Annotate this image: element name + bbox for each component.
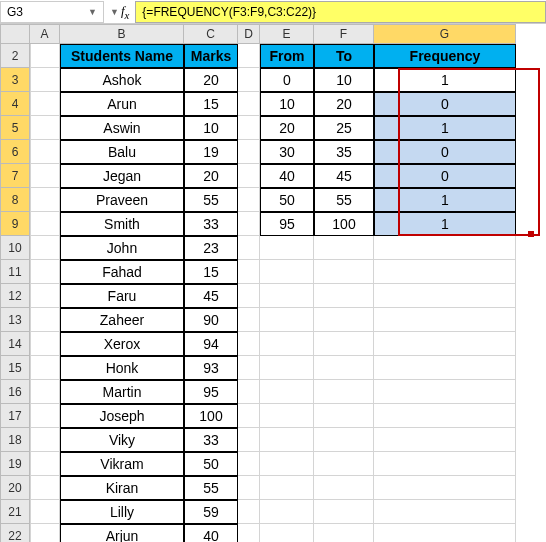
cell-C5[interactable]: 10 (184, 116, 238, 140)
cell-A13[interactable] (30, 308, 60, 332)
cell-G17[interactable] (374, 404, 516, 428)
cell-F8[interactable]: 55 (314, 188, 374, 212)
cell-E4[interactable]: 10 (260, 92, 314, 116)
cell-G20[interactable] (374, 476, 516, 500)
row-header-19[interactable]: 19 (0, 452, 30, 476)
cell-B10[interactable]: John (60, 236, 184, 260)
cell-D8[interactable] (238, 188, 260, 212)
cell-F14[interactable] (314, 332, 374, 356)
row-header-18[interactable]: 18 (0, 428, 30, 452)
cell-F10[interactable] (314, 236, 374, 260)
cell-B14[interactable]: Xerox (60, 332, 184, 356)
cell-E12[interactable] (260, 284, 314, 308)
cell-E6[interactable]: 30 (260, 140, 314, 164)
cell-G2[interactable]: Frequency (374, 44, 516, 68)
cell-B8[interactable]: Praveen (60, 188, 184, 212)
cell-F20[interactable] (314, 476, 374, 500)
cell-D12[interactable] (238, 284, 260, 308)
cell-B2[interactable]: Students Name (60, 44, 184, 68)
cell-F7[interactable]: 45 (314, 164, 374, 188)
col-header-C[interactable]: C (184, 24, 238, 44)
row-header-22[interactable]: 22 (0, 524, 30, 542)
cell-B15[interactable]: Honk (60, 356, 184, 380)
cell-E14[interactable] (260, 332, 314, 356)
cell-D6[interactable] (238, 140, 260, 164)
row-header-6[interactable]: 6 (0, 140, 30, 164)
cell-G14[interactable] (374, 332, 516, 356)
select-all-corner[interactable] (0, 24, 30, 44)
cell-F12[interactable] (314, 284, 374, 308)
cell-D11[interactable] (238, 260, 260, 284)
cell-G5[interactable]: 1 (374, 116, 516, 140)
cell-E3[interactable]: 0 (260, 68, 314, 92)
cell-C20[interactable]: 55 (184, 476, 238, 500)
cell-G9[interactable]: 1 (374, 212, 516, 236)
cell-B22[interactable]: Arjun (60, 524, 184, 542)
cell-C13[interactable]: 90 (184, 308, 238, 332)
cell-D14[interactable] (238, 332, 260, 356)
name-box-dropdown-icon[interactable]: ▼ (88, 7, 97, 17)
cell-C22[interactable]: 40 (184, 524, 238, 542)
cell-A11[interactable] (30, 260, 60, 284)
cell-C16[interactable]: 95 (184, 380, 238, 404)
cell-F2[interactable]: To (314, 44, 374, 68)
cell-B9[interactable]: Smith (60, 212, 184, 236)
name-box[interactable]: G3 ▼ (0, 1, 104, 23)
cell-F19[interactable] (314, 452, 374, 476)
cell-C9[interactable]: 33 (184, 212, 238, 236)
row-header-21[interactable]: 21 (0, 500, 30, 524)
cell-E22[interactable] (260, 524, 314, 542)
cell-G22[interactable] (374, 524, 516, 542)
cell-F11[interactable] (314, 260, 374, 284)
cell-E11[interactable] (260, 260, 314, 284)
row-header-16[interactable]: 16 (0, 380, 30, 404)
cell-A22[interactable] (30, 524, 60, 542)
row-header-15[interactable]: 15 (0, 356, 30, 380)
cell-A20[interactable] (30, 476, 60, 500)
cell-G15[interactable] (374, 356, 516, 380)
cell-F18[interactable] (314, 428, 374, 452)
cell-F4[interactable]: 20 (314, 92, 374, 116)
cell-E7[interactable]: 40 (260, 164, 314, 188)
row-header-20[interactable]: 20 (0, 476, 30, 500)
cell-E16[interactable] (260, 380, 314, 404)
cell-E19[interactable] (260, 452, 314, 476)
cell-A7[interactable] (30, 164, 60, 188)
cell-A8[interactable] (30, 188, 60, 212)
cell-A21[interactable] (30, 500, 60, 524)
row-header-13[interactable]: 13 (0, 308, 30, 332)
cell-E5[interactable]: 20 (260, 116, 314, 140)
cell-F16[interactable] (314, 380, 374, 404)
cell-C3[interactable]: 20 (184, 68, 238, 92)
cell-G6[interactable]: 0 (374, 140, 516, 164)
row-header-14[interactable]: 14 (0, 332, 30, 356)
cell-C15[interactable]: 93 (184, 356, 238, 380)
cell-F6[interactable]: 35 (314, 140, 374, 164)
row-header-3[interactable]: 3 (0, 68, 30, 92)
cell-D17[interactable] (238, 404, 260, 428)
cell-B20[interactable]: Kiran (60, 476, 184, 500)
col-header-E[interactable]: E (260, 24, 314, 44)
cell-A14[interactable] (30, 332, 60, 356)
cell-E15[interactable] (260, 356, 314, 380)
cell-B19[interactable]: Vikram (60, 452, 184, 476)
cell-C7[interactable]: 20 (184, 164, 238, 188)
col-header-D[interactable]: D (238, 24, 260, 44)
row-header-5[interactable]: 5 (0, 116, 30, 140)
cell-D18[interactable] (238, 428, 260, 452)
cell-A17[interactable] (30, 404, 60, 428)
cell-F3[interactable]: 10 (314, 68, 374, 92)
col-header-G[interactable]: G (374, 24, 516, 44)
cell-B11[interactable]: Fahad (60, 260, 184, 284)
cell-C12[interactable]: 45 (184, 284, 238, 308)
cell-C10[interactable]: 23 (184, 236, 238, 260)
col-header-A[interactable]: A (30, 24, 60, 44)
row-header-2[interactable]: 2 (0, 44, 30, 68)
cell-B21[interactable]: Lilly (60, 500, 184, 524)
cell-F21[interactable] (314, 500, 374, 524)
cell-D22[interactable] (238, 524, 260, 542)
cell-A16[interactable] (30, 380, 60, 404)
cell-C19[interactable]: 50 (184, 452, 238, 476)
cell-E20[interactable] (260, 476, 314, 500)
cell-D19[interactable] (238, 452, 260, 476)
